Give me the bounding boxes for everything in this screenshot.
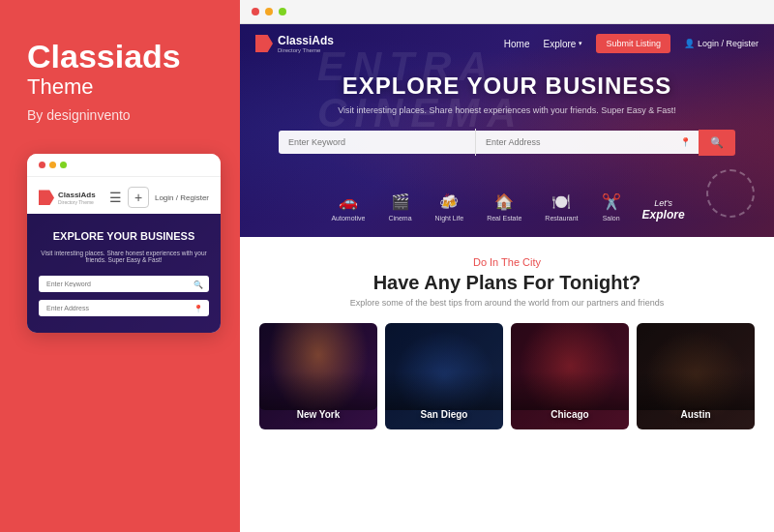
cat-restaurant-label: Restaurant (545, 215, 578, 222)
website-nav: ClassiAds Directory Theme Home Explore ▾… (240, 24, 774, 63)
section-subtitle: Explore some of the best tips from aroun… (259, 298, 755, 308)
mobile-search-icon: 🔍 (194, 281, 203, 289)
lets-explore: Let's Explore (633, 192, 695, 227)
card-gradient-newyork (259, 371, 377, 410)
card-gradient-sandiego (385, 371, 503, 410)
hero-content: EXPLORE YOUR BUSINESS Visit interesting … (240, 73, 774, 156)
chevron-down-icon: ▾ (579, 40, 582, 47)
city-card-sandiego[interactable]: San Diego (385, 323, 503, 429)
cat-salon-label: Salon (603, 215, 620, 222)
site-logo-name: ClassiAds (278, 34, 334, 47)
website-hero: ENTRACINEMA ClassiAds Directory Theme Ho… (240, 24, 774, 237)
nightlife-icon: 🍻 (439, 192, 459, 211)
hero-search-button[interactable]: 🔍 (699, 130, 735, 156)
card-label-newyork: New York (259, 409, 377, 420)
section-title: Have Any Plans For Tonight? (259, 272, 755, 294)
cat-realestate[interactable]: 🏠 Real Estate (475, 187, 533, 227)
mobile-nav: ClassiAds Directory Theme ☰ + Login / Re… (27, 177, 221, 214)
hero-categories: 🚗 Automotive 🎬 Cinema 🍻 Night Life 🏠 Rea… (240, 187, 774, 227)
mobile-dot-yellow (49, 162, 56, 168)
mobile-logo-sub: Directory Theme (58, 199, 96, 205)
hamburger-icon[interactable]: ☰ (109, 190, 122, 205)
nav-login[interactable]: 👤 Login / Register (684, 39, 759, 48)
mobile-hero-subtitle: Visit interesting places. Share honest e… (39, 250, 209, 263)
hero-title: EXPLORE YOUR BUSINESS (240, 73, 774, 100)
card-gradient-austin (637, 371, 755, 410)
brand-by: By designinvento (27, 107, 213, 123)
browser-dot-red (252, 8, 259, 15)
location-icon: 📍 (672, 131, 699, 154)
brand-title: Classiads (27, 39, 213, 74)
site-nav-links: Home Explore ▾ Submit Listing 👤 Login / … (504, 34, 759, 53)
hero-subtitle: Visit interesting places. Share honest e… (240, 105, 774, 115)
cat-cinema-label: Cinema (388, 215, 411, 222)
right-panel: ENTRACINEMA ClassiAds Directory Theme Ho… (240, 0, 774, 532)
salon-icon: ✂️ (602, 192, 621, 211)
mobile-dots (39, 162, 67, 168)
card-label-austin: Austin (637, 409, 755, 420)
nav-explore[interactable]: Explore ▾ (544, 39, 583, 49)
website-content: Do In The City Have Any Plans For Tonigh… (240, 237, 774, 445)
restaurant-icon: 🍽️ (551, 192, 571, 211)
cat-restaurant[interactable]: 🍽️ Restaurant (533, 187, 589, 227)
cat-nightlife[interactable]: 🍻 Night Life (424, 187, 476, 227)
mobile-keyword-input[interactable] (39, 276, 209, 292)
explore-text: Explore (642, 208, 685, 222)
nav-home[interactable]: Home (504, 39, 530, 49)
city-card-chicago[interactable]: Chicago (511, 323, 629, 429)
submit-listing-button[interactable]: Submit Listing (596, 34, 670, 53)
automotive-icon: 🚗 (339, 192, 358, 211)
mobile-hero-title: EXPLORE YOUR BUSINESS (39, 229, 209, 243)
card-gradient-chicago (511, 371, 629, 410)
site-logo-sub: Directory Theme (278, 47, 334, 53)
browser-dot-yellow (265, 8, 273, 15)
nav-login-label: Login / Register (698, 39, 759, 48)
mobile-login[interactable]: Login / Register (155, 193, 209, 202)
site-logo-icon (255, 35, 273, 52)
mobile-address-wrap: 📍 (39, 297, 209, 321)
mobile-browser-bar (27, 154, 221, 177)
cinema-icon: 🎬 (391, 192, 410, 211)
cat-nightlife-label: Night Life (435, 215, 464, 222)
cat-cinema[interactable]: 🎬 Cinema (376, 187, 423, 227)
hero-address-input[interactable] (476, 131, 672, 154)
cat-automotive-label: Automotive (331, 215, 365, 222)
left-panel: Classiads Theme By designinvento ClassiA… (0, 0, 240, 532)
mobile-location-icon: 📍 (194, 305, 203, 313)
mobile-logo-icon (39, 190, 54, 205)
section-tag: Do In The City (259, 256, 755, 268)
card-label-chicago: Chicago (511, 409, 629, 420)
hero-search-form: 📍 🔍 (240, 129, 774, 156)
browser-dot-green (279, 8, 286, 15)
cat-automotive[interactable]: 🚗 Automotive (319, 187, 376, 227)
mobile-logo-text: ClassiAds Directory Theme (58, 191, 96, 205)
lets-text: Let's (654, 198, 672, 208)
mobile-logo-name: ClassiAds (58, 191, 96, 199)
city-cards: New York San Diego Chicago Austin (259, 323, 755, 429)
realestate-icon: 🏠 (494, 192, 514, 211)
browser-chrome (240, 0, 774, 24)
plus-button[interactable]: + (128, 187, 149, 208)
city-card-newyork[interactable]: New York (259, 323, 377, 429)
hero-keyword-input[interactable] (279, 131, 475, 154)
brand-subtitle: Theme (27, 74, 213, 100)
mobile-hero: EXPLORE YOUR BUSINESS Visit interesting … (27, 214, 221, 332)
mobile-dot-green (60, 162, 67, 168)
city-card-austin[interactable]: Austin (637, 323, 755, 429)
mobile-dot-red (39, 162, 45, 168)
mobile-mockup: ClassiAds Directory Theme ☰ + Login / Re… (27, 154, 221, 332)
mobile-keyword-wrap: 🔍 (39, 273, 209, 297)
cat-realestate-label: Real Estate (487, 215, 521, 222)
mobile-address-input[interactable] (39, 300, 209, 316)
site-logo-text-group: ClassiAds Directory Theme (278, 34, 334, 53)
card-label-sandiego: San Diego (385, 409, 503, 420)
cat-salon[interactable]: ✂️ Salon (590, 187, 633, 227)
mobile-actions: ☰ + Login / Register (109, 187, 209, 208)
site-logo: ClassiAds Directory Theme (255, 34, 334, 53)
nav-explore-label: Explore (544, 39, 577, 49)
mobile-logo: ClassiAds Directory Theme (39, 190, 96, 205)
user-icon: 👤 (684, 39, 695, 48)
